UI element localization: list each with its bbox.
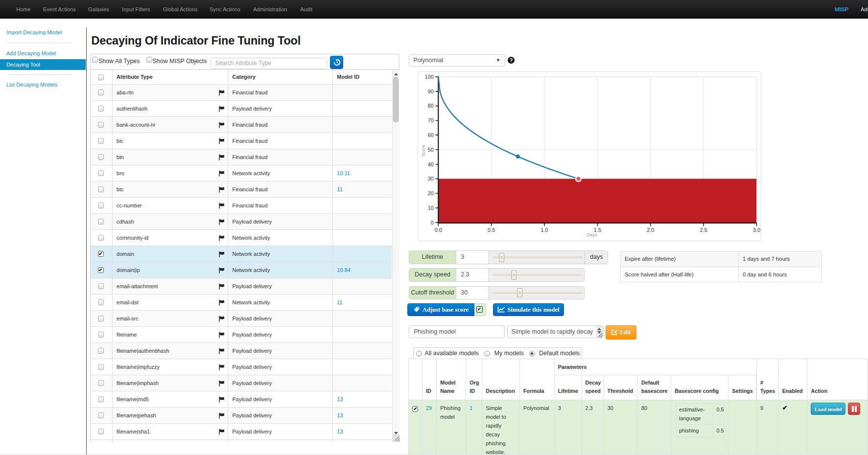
svg-text:0.5: 0.5: [488, 227, 495, 233]
svg-text:Days: Days: [586, 232, 597, 237]
svg-text:50: 50: [427, 147, 433, 153]
svg-text:40: 40: [427, 161, 433, 167]
svg-text:30: 30: [427, 176, 433, 182]
svg-text:0: 0: [430, 220, 433, 226]
svg-text:10: 10: [427, 205, 433, 211]
svg-text:0.0: 0.0: [434, 227, 442, 233]
svg-text:100: 100: [424, 74, 433, 80]
svg-text:60: 60: [427, 132, 433, 138]
svg-text:3.0: 3.0: [752, 227, 760, 233]
svg-text:Score: Score: [420, 145, 425, 157]
svg-text:1.0: 1.0: [540, 227, 548, 233]
svg-text:20: 20: [427, 190, 433, 196]
svg-text:90: 90: [427, 89, 433, 94]
svg-text:2.0: 2.0: [647, 227, 654, 233]
svg-text:70: 70: [427, 117, 433, 123]
svg-text:2.5: 2.5: [700, 227, 707, 233]
svg-text:80: 80: [427, 103, 433, 109]
